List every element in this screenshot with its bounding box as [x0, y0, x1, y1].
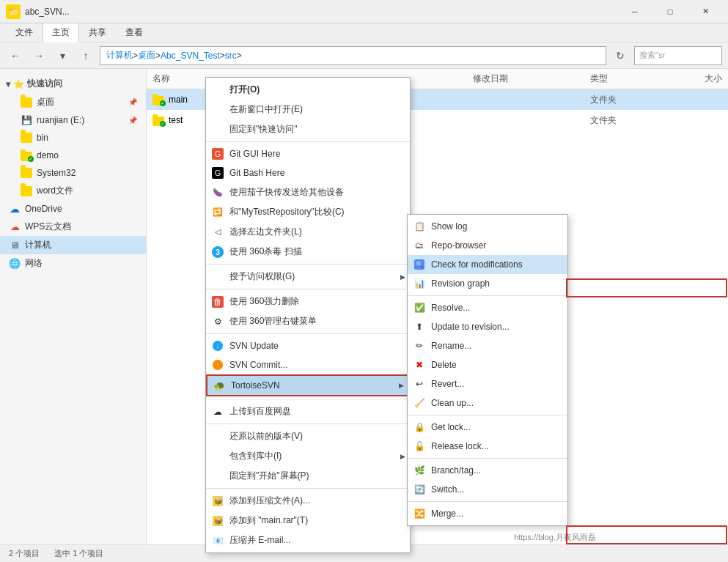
ctx-library-label: 包含到库中(I): [229, 450, 395, 462]
ctx-svn-switch[interactable]: 🔄 Switch...: [408, 480, 567, 499]
sidebar-item-network[interactable]: 🌐 网络: [0, 254, 146, 273]
ctx-baidu-label: 上传到百度网盘: [229, 405, 395, 418]
refresh-button[interactable]: ↻: [611, 46, 630, 65]
ctx-restore-label: 还原以前的版本(V): [229, 430, 395, 443]
back-button[interactable]: ←: [6, 46, 25, 65]
sidebar-item-desktop[interactable]: 桌面 📌: [0, 93, 146, 111]
ctx-svn-resolve-label: Resolve...: [431, 303, 553, 313]
search-box[interactable]: 搜索"sr: [634, 46, 722, 65]
quickaccess-icon: ⭐: [13, 79, 24, 89]
recent-locations-button[interactable]: ▾: [53, 46, 72, 65]
ctx-svn-cleanup[interactable]: 🧹 Clean up...: [408, 393, 567, 413]
ctx-360manage[interactable]: ⚙ 使用 360管理右键菜单: [206, 311, 410, 331]
360delete-icon: 🗑: [212, 296, 224, 308]
ctx-pin-start[interactable]: 固定到"开始"屏幕(P): [206, 466, 410, 486]
ctx-sep-6: [206, 424, 410, 424]
sidebar-item-computer[interactable]: 🖥 计算机: [0, 236, 146, 254]
ctx-open[interactable]: 打开(O): [206, 80, 410, 100]
menu-tab-file[interactable]: 文件: [6, 23, 43, 42]
computer-icon: 🖥: [9, 240, 21, 251]
compress-icon: 📦: [212, 495, 224, 507]
sidebar-item-wps[interactable]: ☁ WPS云文档: [0, 218, 146, 236]
status-count: 2 个项目: [9, 548, 40, 559]
address-path[interactable]: 计算机 > 桌面 > Abc_SVN_Test > src >: [100, 46, 606, 65]
address-svntest[interactable]: Abc_SVN_Test: [161, 51, 220, 61]
ctx-qiezhi[interactable]: 🍆 使用茄子快传发送给其他设备: [206, 182, 410, 202]
ctx-svn-revision-graph[interactable]: 📊 Revision graph: [408, 274, 567, 293]
sidebar-item-onedrive[interactable]: ☁ OneDrive: [0, 200, 146, 218]
ctx-tortoiseSVN[interactable]: 🐢 TortoiseSVN: [206, 374, 410, 396]
sidebar-item-demo[interactable]: ✓ demo: [0, 147, 146, 164]
sidebar-label-word: word文件: [37, 185, 73, 197]
git-bash-icon: G: [212, 167, 224, 179]
ctx-svn-check-mod[interactable]: 🔍 Check for modifications: [408, 255, 567, 274]
ctx-compress-email[interactable]: 📧 压缩并 E-mail...: [206, 530, 410, 550]
ctx-sep-1: [206, 141, 410, 142]
ctx-compare[interactable]: 🔁 和"MyTestRepository"比较(C): [206, 202, 410, 222]
ctx-sep-3: [206, 289, 410, 289]
address-src[interactable]: src: [225, 51, 237, 61]
ctx-svn-update[interactable]: ↓ SVN Update: [206, 336, 410, 355]
ctx-access[interactable]: 授予访问权限(G): [206, 267, 410, 286]
up-button[interactable]: ↑: [76, 46, 95, 65]
close-button[interactable]: ✕: [688, 1, 722, 22]
sidebar-item-system32[interactable]: System32: [0, 164, 146, 182]
address-bar: ← → ▾ ↑ 计算机 > 桌面 > Abc_SVN_Test > src > …: [0, 42, 728, 69]
maximize-button[interactable]: □: [653, 1, 687, 22]
ctx-select-left[interactable]: ◁ 选择左边文件夹(L): [206, 222, 410, 242]
forward-button[interactable]: →: [29, 46, 48, 65]
ctx-svn-commit[interactable]: ↑ SVN Commit...: [206, 355, 410, 374]
ctx-svn-branchtag[interactable]: 🌿 Branch/tag...: [408, 461, 567, 480]
minimize-button[interactable]: ─: [618, 1, 652, 22]
git-gui-icon: G: [212, 148, 224, 160]
address-desktop[interactable]: 桌面: [138, 49, 155, 62]
menu-tab-share[interactable]: 共享: [79, 23, 116, 42]
ctx-svn-merge[interactable]: 🔀 Merge...: [408, 504, 567, 523]
ctx-git-gui-label: Git GUI Here: [229, 149, 395, 159]
ctx-select-left-label: 选择左边文件夹(L): [229, 226, 395, 238]
menu-tab-view[interactable]: 查看: [116, 23, 152, 42]
ctx-360delete[interactable]: 🗑 使用 360强力删除: [206, 292, 410, 311]
ctx-compress[interactable]: 📦 添加到压缩文件(A)...: [206, 491, 410, 511]
ctx-svn-show-log[interactable]: 📋 Show log: [408, 217, 567, 236]
ctx-360scan[interactable]: 3 使用 360杀毒 扫描: [206, 242, 410, 262]
ctx-svn-update-rev[interactable]: ⬆ Update to revision...: [408, 317, 567, 336]
window-icon: 📁: [6, 4, 21, 19]
menu-tab-home[interactable]: 主页: [43, 23, 79, 42]
ctx-svn-resolve[interactable]: ✅ Resolve...: [408, 298, 567, 317]
ctx-sep-2: [206, 264, 410, 265]
ctx-git-bash[interactable]: G Git Bash Here: [206, 163, 410, 182]
ctx-svn-switch-label: Switch...: [431, 484, 553, 495]
sidebar-item-ruanjian[interactable]: 💾 ruanjian (E:) 📌: [0, 111, 146, 129]
col-header-date[interactable]: 修改日期: [473, 73, 590, 85]
ctx-svn-revert[interactable]: ↩ Revert...: [408, 374, 567, 393]
ctx-svn-releaselock[interactable]: 🔓 Release lock...: [408, 437, 567, 456]
ctx-git-gui[interactable]: G Git GUI Here: [206, 144, 410, 163]
ctx-svn-sep-3: [408, 458, 567, 459]
ctx-svn-getlock[interactable]: 🔒 Get lock...: [408, 418, 567, 437]
col-header-type[interactable]: 类型: [590, 73, 663, 85]
ctx-baidu[interactable]: ☁ 上传到百度网盘: [206, 402, 410, 421]
ctx-compress-rar[interactable]: 📦 添加到 "main.rar"(T): [206, 511, 410, 530]
ctx-sep-4: [206, 333, 410, 334]
revision-graph-icon: 📊: [413, 278, 425, 289]
ctx-compress-label: 添加到压缩文件(A)...: [229, 495, 395, 507]
ctx-svn-delete[interactable]: ✖ Delete: [408, 355, 567, 374]
address-computer[interactable]: 计算机: [106, 49, 133, 62]
sidebar-section-quickaccess[interactable]: ▾ ⭐ 快速访问: [0, 75, 146, 93]
ctx-open-new-window[interactable]: 在新窗口中打开(E): [206, 100, 410, 119]
ctx-svn-revision-graph-label: Revision graph: [431, 278, 553, 289]
ctx-svn-branchtag-label: Branch/tag...: [431, 465, 553, 476]
open-new-window-icon: [212, 104, 224, 116]
ctx-pin-quickaccess[interactable]: 固定到"快速访问": [206, 119, 410, 139]
menu-bar: 文件 主页 共享 查看: [0, 23, 728, 42]
col-header-size[interactable]: 大小: [663, 73, 722, 85]
ctx-svn-repo-browser[interactable]: 🗂 Repo-browser: [408, 236, 567, 255]
system32-folder-icon: [21, 167, 32, 179]
sidebar-label-desktop: 桌面: [37, 96, 54, 108]
sidebar-item-bin[interactable]: bin: [0, 129, 146, 147]
sidebar-item-word[interactable]: word文件: [0, 182, 146, 200]
ctx-include-library[interactable]: 包含到库中(I): [206, 446, 410, 466]
ctx-svn-rename[interactable]: ✏ Rename...: [408, 336, 567, 355]
ctx-restore[interactable]: 还原以前的版本(V): [206, 426, 410, 446]
